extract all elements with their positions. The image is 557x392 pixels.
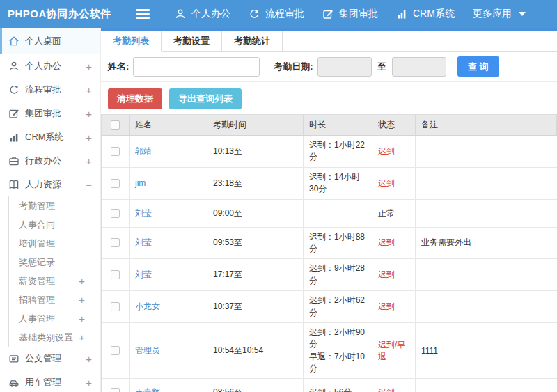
employee-name-link[interactable]: 小龙女	[135, 301, 160, 313]
sidebar-subitem-hr-contract[interactable]: 人事合同	[9, 215, 100, 234]
name-search-input[interactable]	[133, 57, 260, 77]
caret-down-icon	[519, 12, 526, 16]
employee-name-link[interactable]: 刘莹	[135, 207, 152, 219]
cycle-icon	[249, 8, 260, 19]
employee-name-link[interactable]: 郭靖	[135, 146, 152, 157]
expand-plus[interactable]: +	[86, 84, 92, 96]
date-label: 考勤日期:	[274, 61, 313, 73]
sidebar-item-personal-desktop[interactable]: 个人桌面	[0, 28, 100, 54]
expand-plus[interactable]: +	[79, 313, 85, 324]
expand-plus[interactable]: +	[86, 61, 92, 72]
attendance-time: 17:17至	[207, 259, 304, 290]
attendance-time: 10:37至	[207, 291, 304, 322]
sidebar-item-personal-office[interactable]: 个人办公 +	[0, 54, 100, 78]
hr-submenu: 考勤管理 人事合同 培训管理 奖惩记录 薪资管理 + 招聘管理 + 人事管理 +	[8, 196, 100, 347]
duration-text: 迟到：2小时62分	[304, 291, 372, 322]
export-list-button[interactable]: 导出查询列表	[169, 88, 242, 109]
row-checkbox[interactable]	[111, 209, 120, 218]
expand-plus[interactable]: +	[86, 377, 92, 389]
sidebar-subitem-attendance-mgmt[interactable]: 考勤管理	[9, 196, 100, 215]
tab-attendance-settings[interactable]: 考勤设置	[162, 31, 222, 52]
sidebar-subitem-salary-mgmt[interactable]: 薪资管理 +	[9, 272, 100, 290]
note-text	[416, 291, 557, 322]
expand-plus[interactable]: +	[86, 353, 92, 365]
topnav-crm[interactable]: CRM系统	[396, 8, 455, 20]
tab-attendance-stats[interactable]: 考勤统计	[222, 31, 283, 52]
sidebar-subitem-personnel-mgmt[interactable]: 人事管理 +	[9, 309, 100, 328]
select-all-checkbox[interactable]	[111, 120, 120, 130]
sidebar-item-admin-office[interactable]: 行政办公 +	[0, 149, 100, 173]
employee-name-link[interactable]: 管理员	[135, 345, 160, 356]
duration-text: 迟到：56分	[304, 379, 372, 392]
note-text: 1111	[416, 323, 557, 379]
expand-plus[interactable]: +	[79, 294, 85, 306]
row-checkbox[interactable]	[111, 302, 120, 311]
row-checkbox[interactable]	[111, 238, 120, 247]
sidebar-item-workflow-approval[interactable]: 流程审批 +	[0, 78, 100, 102]
expand-plus[interactable]: +	[86, 132, 92, 143]
menu-toggle-icon[interactable]	[136, 9, 150, 19]
row-checkbox[interactable]	[111, 179, 120, 188]
edit-icon	[322, 8, 334, 19]
status-badge: 正常	[372, 200, 416, 227]
clean-data-button[interactable]: 清理数据	[108, 88, 162, 109]
expand-plus[interactable]: +	[79, 331, 85, 343]
topnav-group-approval[interactable]: 集团审批	[322, 8, 378, 20]
duration-text: 迟到：1小时88分	[304, 228, 372, 259]
attendance-time: 10:54至10:54	[207, 323, 304, 379]
attendance-time: 09:00至	[207, 200, 304, 227]
row-checkbox[interactable]	[111, 270, 120, 279]
row-checkbox[interactable]	[111, 388, 120, 392]
expand-minus[interactable]: −	[86, 179, 92, 191]
bar-chart-icon	[396, 8, 407, 19]
duration-text: 迟到：2小时90分 早退：7小时10分	[304, 323, 372, 379]
employee-name-link[interactable]: 王壹辉	[135, 386, 160, 392]
search-button[interactable]: 查 询	[457, 56, 499, 77]
sidebar-item-crm[interactable]: CRM系统 +	[0, 125, 100, 149]
table-row: 刘莹 09:53至 迟到：1小时88分 迟到 业务需要外出	[102, 228, 557, 260]
date-to-label: 至	[377, 61, 386, 73]
table-row: 郭靖 10:13至 迟到：1小时22分 迟到	[102, 136, 557, 168]
status-badge: 迟到/早退	[372, 323, 416, 379]
date-to-input[interactable]	[392, 57, 446, 77]
sidebar-item-document-mgmt[interactable]: 公文管理 +	[0, 347, 100, 370]
col-duration: 时长	[304, 115, 372, 135]
sidebar-item-vehicle-mgmt[interactable]: 用车管理 +	[0, 370, 100, 392]
duration-text: 迟到：9小时28分	[304, 259, 372, 290]
duration-text: 迟到：1小时22分	[304, 136, 372, 167]
attendance-time: 10:13至	[207, 136, 304, 167]
row-checkbox[interactable]	[111, 346, 120, 355]
date-from-input[interactable]	[317, 57, 372, 77]
expand-plus[interactable]: +	[79, 275, 85, 287]
tab-attendance-list[interactable]: 考勤列表	[101, 31, 162, 52]
note-text	[416, 136, 557, 167]
main-content: 考勤列表 考勤设置 考勤统计 姓名: 考勤日期: 至 查 询 清理数据 导出查询…	[101, 28, 557, 392]
expand-plus[interactable]: +	[86, 155, 92, 167]
topnav-more-apps[interactable]: 更多应用	[473, 8, 526, 20]
briefcase-icon	[8, 155, 25, 166]
employee-name-link[interactable]: 刘莹	[135, 237, 152, 249]
col-time: 考勤时间	[207, 115, 304, 135]
sidebar-item-human-resources[interactable]: 人力资源 −	[0, 173, 100, 196]
status-badge: 迟到	[372, 136, 416, 167]
sidebar-item-group-approval[interactable]: 集团审批 +	[0, 102, 100, 125]
expand-plus[interactable]: +	[86, 108, 92, 120]
attendance-time: 09:53至	[207, 228, 304, 259]
topnav-workflow-approval[interactable]: 流程审批	[249, 8, 304, 20]
table-row: 王壹辉 08:56至 迟到：56分 迟到	[102, 379, 557, 392]
sidebar-subitem-training-mgmt[interactable]: 培训管理	[9, 234, 100, 253]
document-icon	[8, 353, 25, 364]
topnav-personal-office[interactable]: 个人办公	[175, 8, 230, 20]
note-text	[416, 200, 557, 227]
employee-name-link[interactable]: jim	[135, 178, 146, 188]
row-checkbox[interactable]	[111, 147, 120, 156]
bar-chart-icon	[8, 132, 25, 143]
employee-name-link[interactable]: 刘莹	[135, 269, 152, 281]
top-nav: 个人办公 流程审批 集团审批 CRM系统 更多应用	[175, 8, 526, 20]
sidebar-subitem-reward-punish[interactable]: 奖惩记录	[9, 253, 100, 272]
person-icon	[8, 61, 25, 72]
sidebar-subitem-recruit-mgmt[interactable]: 招聘管理 +	[9, 290, 100, 309]
edit-icon	[8, 108, 25, 119]
sidebar-subitem-base-category[interactable]: 基础类别设置 +	[9, 328, 100, 347]
actions-bar: 清理数据 导出查询列表	[101, 82, 557, 114]
